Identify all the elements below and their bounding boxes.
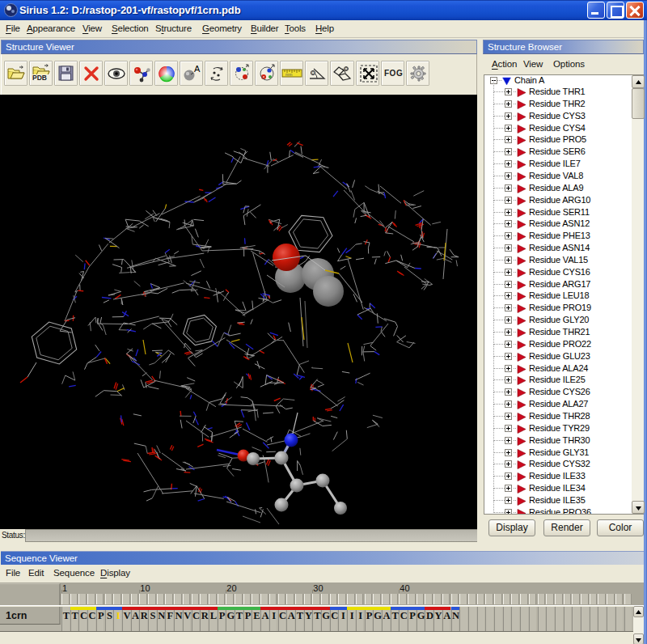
svg-text:A: A xyxy=(194,64,201,74)
svg-text:mm: mm xyxy=(285,72,292,77)
